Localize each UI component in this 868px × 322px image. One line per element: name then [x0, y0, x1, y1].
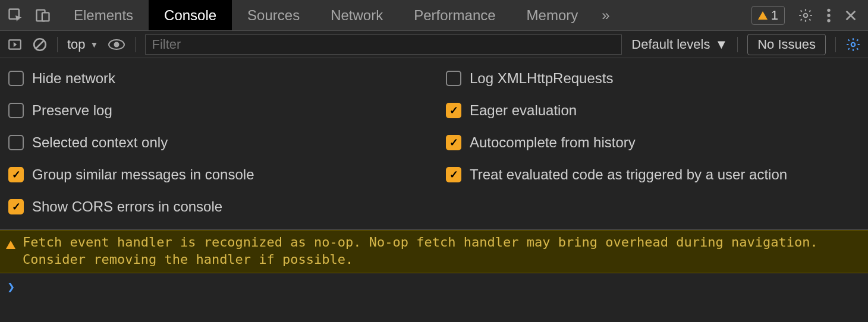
setting-label: Preserve log: [32, 102, 112, 119]
tab-performance[interactable]: Performance: [398, 0, 511, 30]
tab-label: Memory: [527, 7, 578, 24]
tab-label: Performance: [414, 7, 495, 24]
inspect-element-icon[interactable]: [7, 7, 24, 24]
warnings-badge[interactable]: 1: [751, 6, 785, 25]
setting-label: Autocomplete from history: [470, 134, 636, 151]
tabs-overflow-button[interactable]: »: [593, 0, 618, 30]
setting-row: Autocomplete from history: [446, 134, 860, 151]
setting-label: Group similar messages in console: [32, 166, 254, 183]
setting-row: Group similar messages in console: [8, 166, 422, 183]
settings-gear-icon[interactable]: [798, 8, 813, 23]
checkbox[interactable]: [8, 167, 24, 182]
setting-row: Log XMLHttpRequests: [446, 70, 860, 87]
svg-point-6: [827, 18, 830, 21]
log-levels-selector[interactable]: Default levels ▼: [631, 37, 728, 52]
console-warning-message: Fetch event handler is recognized as no-…: [0, 230, 868, 273]
filter-input[interactable]: [145, 34, 622, 55]
warning-triangle-icon: [6, 241, 15, 249]
panel-tabs: Elements Console Sources Network Perform…: [58, 0, 618, 30]
toolbar-divider: [135, 37, 136, 52]
log-levels-label: Default levels: [631, 37, 710, 52]
tab-memory[interactable]: Memory: [511, 0, 594, 30]
console-toolbar: top ▼ Default levels ▼ No Issues: [0, 31, 868, 58]
clear-console-icon[interactable]: [32, 37, 48, 52]
settings-left-column: Hide networkPreserve logSelected context…: [8, 70, 422, 215]
chevron-down-icon: ▼: [90, 40, 99, 49]
setting-row: Eager evaluation: [446, 102, 860, 119]
svg-point-3: [804, 13, 808, 17]
overflow-glyph: »: [602, 7, 609, 24]
warnings-count: 1: [771, 8, 778, 23]
tab-network[interactable]: Network: [315, 0, 398, 30]
context-selector[interactable]: top ▼: [67, 37, 98, 52]
svg-rect-2: [42, 12, 49, 21]
checkbox[interactable]: [446, 167, 461, 182]
setting-label: Selected context only: [32, 134, 168, 151]
warning-icon-column: [6, 234, 15, 268]
setting-label: Treat evaluated code as triggered by a u…: [470, 166, 787, 183]
checkbox[interactable]: [8, 71, 24, 86]
toggle-sidebar-icon[interactable]: [7, 37, 23, 52]
prompt-caret-icon: ❯: [7, 279, 15, 294]
setting-row: Treat evaluated code as triggered by a u…: [446, 166, 860, 183]
svg-point-10: [114, 42, 119, 47]
svg-point-11: [851, 42, 856, 46]
checkbox[interactable]: [446, 71, 461, 86]
svg-point-5: [827, 14, 830, 17]
tab-label: Elements: [74, 7, 133, 24]
devtools-tabbar: Elements Console Sources Network Perform…: [0, 0, 868, 31]
live-expression-icon[interactable]: [108, 39, 125, 50]
setting-row: Selected context only: [8, 134, 422, 151]
tab-console[interactable]: Console: [149, 0, 232, 30]
setting-label: Eager evaluation: [470, 102, 577, 119]
tab-sources[interactable]: Sources: [232, 0, 315, 30]
checkbox[interactable]: [8, 135, 24, 150]
toolbar-divider: [835, 37, 836, 52]
setting-row: Show CORS errors in console: [8, 198, 422, 215]
checkbox[interactable]: [446, 103, 461, 118]
tab-label: Console: [164, 7, 216, 24]
svg-point-4: [827, 8, 830, 11]
device-toolbar-icon[interactable]: [34, 7, 51, 24]
issues-button-label: No Issues: [757, 37, 816, 52]
context-label: top: [67, 37, 86, 52]
tab-elements[interactable]: Elements: [58, 0, 149, 30]
tab-label: Network: [331, 7, 383, 24]
console-settings-panel: Hide networkPreserve logSelected context…: [0, 58, 868, 230]
console-settings-gear-icon[interactable]: [845, 37, 861, 52]
setting-row: Preserve log: [8, 102, 422, 119]
setting-label: Log XMLHttpRequests: [470, 70, 613, 87]
close-icon[interactable]: [844, 9, 857, 22]
setting-label: Hide network: [32, 70, 115, 87]
tabbar-right-tools: 1: [741, 6, 868, 25]
tab-label: Sources: [247, 7, 300, 24]
checkbox[interactable]: [8, 199, 24, 214]
warning-triangle-icon: [758, 11, 768, 20]
toolbar-divider: [57, 37, 58, 52]
settings-right-column: Log XMLHttpRequestsEager evaluationAutoc…: [446, 70, 860, 215]
warning-text: Fetch event handler is recognized as no-…: [23, 234, 862, 268]
console-prompt[interactable]: ❯: [0, 273, 868, 300]
chevron-down-icon: ▼: [715, 37, 728, 52]
tabbar-left-tools: [0, 7, 58, 24]
setting-label: Show CORS errors in console: [32, 198, 222, 215]
checkbox[interactable]: [446, 135, 461, 150]
checkbox[interactable]: [8, 103, 24, 118]
kebab-menu-icon[interactable]: [826, 8, 831, 23]
issues-button[interactable]: No Issues: [747, 34, 826, 55]
toolbar-divider: [737, 37, 738, 52]
setting-row: Hide network: [8, 70, 422, 87]
